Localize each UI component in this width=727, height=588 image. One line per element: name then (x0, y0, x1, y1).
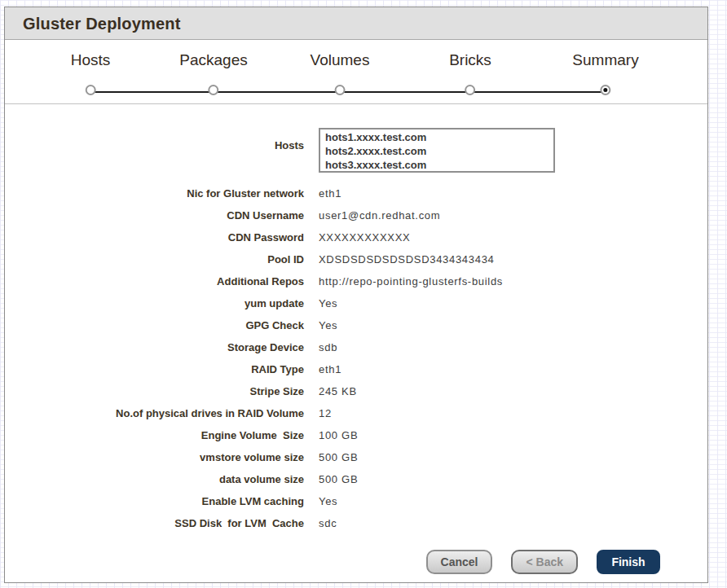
step-circle-icon (85, 85, 95, 95)
wizard-step[interactable]: Volumes (311, 50, 370, 95)
step-label: Summary (572, 50, 638, 71)
row-label: Stripe Size (5, 385, 304, 397)
row-value: Yes (319, 319, 707, 331)
row-value: Yes (319, 495, 707, 507)
footer-buttons: Cancel < Back Finish (426, 550, 660, 574)
summary-row: Stripe Size 245 KB (5, 380, 707, 402)
row-label: Nic for Gluster network (5, 187, 304, 200)
hosts-value[interactable]: hots1.xxxx.test.com hots2.xxxx.test.com … (319, 128, 555, 173)
gluster-deployment-dialog: Gluster Deployment Hosts Packages Volume… (4, 7, 708, 583)
summary-row: CDN Username user1@cdn.redhat.com (5, 204, 707, 226)
summary-form: Hosts hots1.xxxx.test.com hots2.xxxx.tes… (5, 104, 707, 534)
hosts-row: Hosts hots1.xxxx.test.com hots2.xxxx.tes… (5, 128, 707, 173)
summary-row: Additional Repos http://repo-pointing-gl… (5, 270, 707, 292)
row-value: 12 (319, 407, 707, 419)
row-value: 100 GB (319, 429, 707, 441)
row-label: CDN Username (5, 209, 304, 222)
summary-row: GPG Check Yes (5, 314, 707, 336)
step-label: Hosts (71, 50, 111, 71)
back-button[interactable]: < Back (511, 550, 578, 574)
row-label: Storage Device (5, 341, 304, 353)
wizard-step[interactable]: Summary (572, 50, 638, 95)
row-label: vmstore volume size (5, 451, 304, 463)
step-label: Volumes (311, 50, 370, 71)
summary-row: Pool ID XDSDSDSDSDSDSD3434343434 (5, 248, 707, 270)
row-label: Enable LVM caching (5, 495, 304, 507)
step-label: Packages (179, 50, 247, 71)
row-label: No.of physical drives in RAID Volume (5, 407, 304, 419)
cancel-button[interactable]: Cancel (426, 550, 493, 574)
wizard-step[interactable]: Packages (179, 50, 247, 95)
row-value: 245 KB (319, 385, 707, 397)
summary-row: Engine Volume Size 100 GB (5, 424, 707, 446)
row-value: Yes (319, 297, 707, 309)
summary-row: Enable LVM caching Yes (5, 490, 707, 512)
row-value: eth1 (319, 363, 707, 375)
row-value: eth1 (319, 187, 707, 200)
row-label: data volume size (5, 473, 304, 485)
summary-row: yum update Yes (5, 292, 707, 314)
step-circle-icon (208, 85, 218, 95)
summary-row: CDN Password XXXXXXXXXXXX (5, 226, 707, 248)
summary-row: vmstore volume size 500 GB (5, 446, 707, 468)
row-label: yum update (5, 297, 304, 309)
row-value: XXXXXXXXXXXX (319, 231, 707, 244)
finish-button[interactable]: Finish (597, 550, 660, 574)
row-label: Pool ID (5, 253, 304, 265)
row-value: 500 GB (319, 473, 707, 485)
row-value: sdb (319, 341, 707, 353)
wizard-step[interactable]: Bricks (449, 50, 491, 95)
step-active-dot-icon (603, 88, 607, 92)
summary-row: Nic for Gluster network eth1 (5, 182, 707, 204)
row-value: XDSDSDSDSDSDSD3434343434 (319, 253, 707, 265)
summary-row: data volume size 500 GB (5, 468, 707, 490)
row-value: user1@cdn.redhat.com (319, 209, 707, 222)
wizard-stepper: Hosts Packages Volumes Bricks Summary (5, 40, 707, 104)
row-value: http://repo-pointing-glusterfs-builds (319, 275, 707, 287)
row-label: Additional Repos (5, 275, 304, 287)
row-value: 500 GB (319, 451, 707, 463)
summary-rows: Nic for Gluster network eth1 CDN Usernam… (5, 182, 707, 534)
row-label: CDN Password (5, 231, 304, 244)
wizard-step[interactable]: Hosts (71, 50, 111, 95)
step-circle-icon (335, 85, 346, 95)
dialog-header: Gluster Deployment (5, 7, 707, 40)
summary-row: No.of physical drives in RAID Volume 12 (5, 402, 707, 424)
row-label: RAID Type (5, 363, 304, 375)
step-circle-icon (600, 85, 610, 95)
summary-row: SSD Disk for LVM Cache sdc (5, 512, 707, 534)
step-label: Bricks (449, 50, 491, 71)
summary-row: Storage Device sdb (5, 336, 707, 358)
row-label: GPG Check (5, 319, 304, 331)
summary-row: RAID Type eth1 (5, 358, 707, 380)
dialog-title: Gluster Deployment (23, 15, 181, 33)
hosts-label: Hosts (5, 128, 304, 151)
row-label: SSD Disk for LVM Cache (5, 517, 304, 529)
row-value: sdc (319, 517, 707, 529)
row-label: Engine Volume Size (5, 429, 304, 441)
step-circle-icon (465, 85, 475, 95)
